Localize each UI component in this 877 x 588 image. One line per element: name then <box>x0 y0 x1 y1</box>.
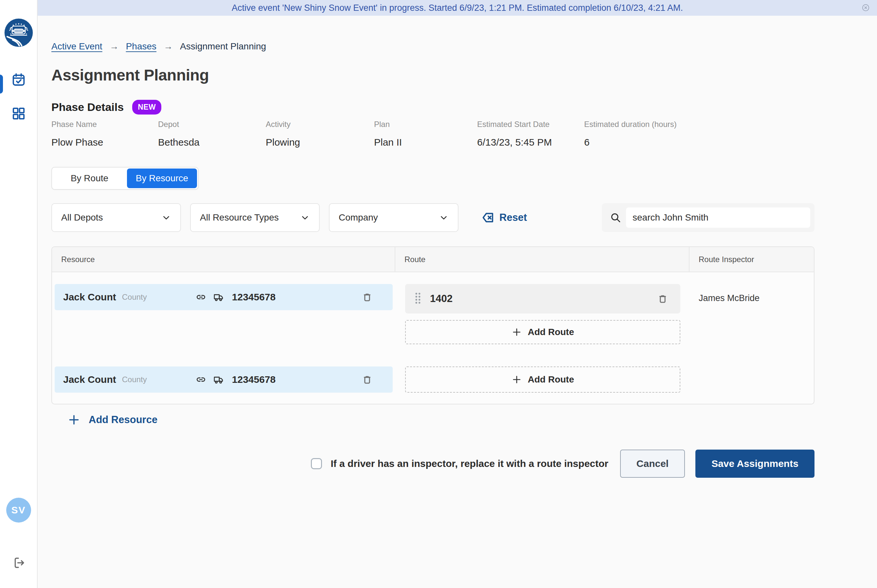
route-column-cell: Add Route <box>395 366 689 393</box>
snow-plow-truck-logo[interactable] <box>4 18 34 48</box>
column-header-resource: Resource <box>52 247 395 272</box>
close-circle-icon[interactable] <box>862 4 870 12</box>
route-column-cell: 1402 <box>395 284 689 344</box>
chevron-down-icon <box>161 213 171 222</box>
search-icon <box>610 212 621 224</box>
phase-field-values: Plow Phase Bethesda Plowing Plan II 6/13… <box>51 137 814 148</box>
footer-actions: If a driver has an inspector, replace it… <box>51 450 814 478</box>
breadcrumb-current: Assignment Planning <box>180 41 266 52</box>
add-resource-label: Add Resource <box>89 414 157 426</box>
resource-category: County <box>122 292 147 302</box>
add-route-button[interactable]: Add Route <box>405 320 680 344</box>
field-label: Plan <box>374 120 477 129</box>
field-value: 6/13/23, 5:45 PM <box>477 137 584 148</box>
table-row: Jack Count County <box>52 366 814 393</box>
depot-filter-dropdown[interactable]: All Depots <box>51 203 181 232</box>
reset-filters-button[interactable]: Reset <box>481 211 527 224</box>
filter-bar: All Depots All Resource Types Company <box>51 203 814 232</box>
breadcrumb-phases[interactable]: Phases <box>126 41 156 52</box>
breadcrumb-active-event[interactable]: Active Event <box>51 41 102 52</box>
company-filter-dropdown[interactable]: Company <box>329 203 459 232</box>
active-event-banner: Active event 'New Shiny Snow Event' in p… <box>37 0 877 16</box>
search-input[interactable] <box>626 207 810 228</box>
add-route-label: Add Route <box>528 374 574 385</box>
new-badge: NEW <box>132 100 161 114</box>
arrow-separator-icon: → <box>163 41 173 52</box>
sidebar-nav <box>0 72 37 121</box>
breadcrumb: Active Event → Phases → Assignment Plann… <box>51 41 814 52</box>
route-number: 1402 <box>430 293 453 304</box>
table-header: Resource Route Route Inspector <box>52 247 814 272</box>
resource-column-cell: Jack Count County <box>52 284 395 344</box>
resource-name: Jack Count <box>63 374 116 385</box>
chevron-down-icon <box>300 213 310 222</box>
delete-route-trash-icon[interactable] <box>657 294 668 304</box>
plus-icon <box>68 414 80 426</box>
checkbox-label: If a driver has an inspector, replace it… <box>330 458 608 469</box>
column-header-route-inspector: Route Inspector <box>689 247 814 272</box>
assignments-table: Resource Route Route Inspector Jack Coun… <box>51 246 814 404</box>
avatar[interactable]: SV <box>6 498 31 522</box>
field-label: Depot <box>158 120 266 129</box>
column-header-route: Route <box>395 247 689 272</box>
banner-text: Active event 'New Shiny Snow Event' in p… <box>232 3 683 13</box>
truck-icon <box>213 291 224 303</box>
backspace-reset-icon <box>481 211 495 224</box>
save-assignments-button[interactable]: Save Assignments <box>696 450 814 478</box>
table-row: Jack Count County <box>52 284 814 344</box>
field-label: Activity <box>266 120 374 129</box>
field-value: 6 <box>584 137 814 148</box>
truck-icon <box>213 374 224 385</box>
reset-label: Reset <box>499 212 527 224</box>
vehicle-id: 12345678 <box>232 374 276 385</box>
field-value: Bethesda <box>158 137 266 148</box>
table-body: Jack Count County <box>52 272 814 404</box>
chevron-down-icon <box>439 213 449 222</box>
field-label: Estimated duration (hours) <box>584 120 814 129</box>
view-toggle: By Route By Resource <box>51 167 199 190</box>
field-label: Phase Name <box>51 120 158 129</box>
main-area: Active event 'New Shiny Snow Event' in p… <box>37 0 877 588</box>
resource-card: Jack Count County <box>55 366 393 393</box>
search-box <box>602 203 814 232</box>
field-value: Plow Phase <box>51 137 158 148</box>
replace-inspector-checkbox[interactable] <box>311 458 322 469</box>
add-route-button[interactable]: Add Route <box>405 366 680 393</box>
dropdown-selected-value: Company <box>339 212 378 223</box>
link-icon <box>195 291 207 303</box>
toggle-by-resource[interactable]: By Resource <box>127 168 197 188</box>
page-title: Assignment Planning <box>51 66 814 84</box>
field-value: Plan II <box>374 137 477 148</box>
route-inspector-name <box>689 366 814 393</box>
resource-icons: 12345678 <box>195 291 276 303</box>
content: Active Event → Phases → Assignment Plann… <box>51 16 814 478</box>
phase-field-labels: Phase Name Depot Activity Plan Estimated… <box>51 120 814 129</box>
vehicle-id: 12345678 <box>232 291 276 303</box>
app-window: SV Active event 'New Shiny Snow Event' i… <box>0 0 877 588</box>
sidebar-item-dashboard[interactable] <box>11 106 26 121</box>
dropdown-selected-value: All Depots <box>61 212 103 223</box>
active-nav-indicator <box>0 75 3 94</box>
cancel-button[interactable]: Cancel <box>620 450 685 478</box>
sidebar-item-events[interactable] <box>11 72 26 87</box>
link-icon <box>195 374 207 385</box>
route-chip[interactable]: 1402 <box>405 284 680 314</box>
resource-card: Jack Count County <box>55 284 393 310</box>
grid-icon <box>11 106 26 121</box>
resource-type-filter-dropdown[interactable]: All Resource Types <box>190 203 320 232</box>
route-inspector-name: James McBride <box>689 284 814 344</box>
dropdown-selected-value: All Resource Types <box>200 212 279 223</box>
toggle-by-route[interactable]: By Route <box>52 173 127 184</box>
add-resource-button[interactable]: Add Resource <box>51 410 202 429</box>
logout-icon[interactable] <box>12 556 25 570</box>
calendar-check-icon <box>11 72 26 87</box>
resource-icons: 12345678 <box>195 374 276 385</box>
sidebar: SV <box>0 0 37 588</box>
field-value: Plowing <box>266 137 374 148</box>
delete-resource-trash-icon[interactable] <box>362 374 372 385</box>
drag-handle-icon[interactable] <box>414 292 421 305</box>
arrow-separator-icon: → <box>109 41 119 52</box>
plus-icon <box>511 374 522 385</box>
plus-icon <box>511 327 522 338</box>
delete-resource-trash-icon[interactable] <box>362 292 372 302</box>
